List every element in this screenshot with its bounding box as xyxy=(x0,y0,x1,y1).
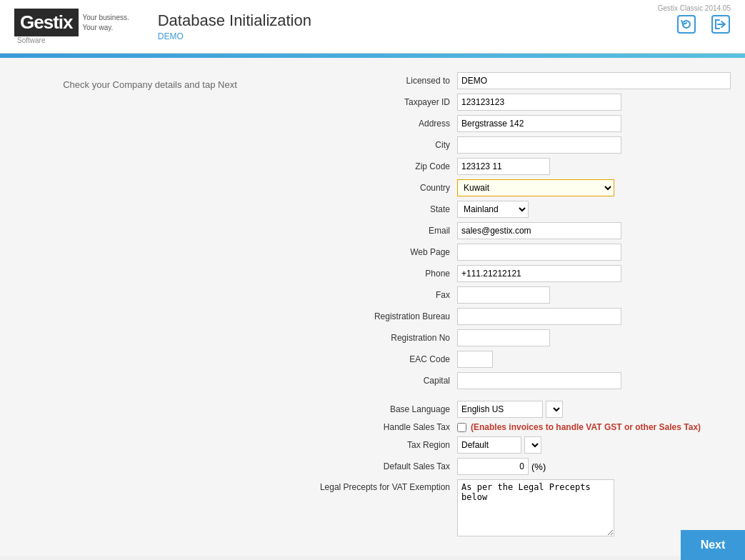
handle-sales-tax-row: Handle Sales Tax (Enables invoices to ha… xyxy=(307,422,731,432)
default-sales-tax-label: Default Sales Tax xyxy=(307,461,457,471)
webpage-row: Web Page xyxy=(307,244,731,261)
taxpayer-id-input[interactable] xyxy=(457,94,621,111)
header: Gestix Classic 2014.05 Gestix Your busin… xyxy=(0,0,745,54)
reg-bureau-row: Registration Bureau xyxy=(307,308,731,325)
next-button[interactable]: Next xyxy=(681,530,745,560)
form-panel: Licensed to Taxpayer ID Address City Zip… xyxy=(300,58,745,556)
legal-precepts-label: Legal Precepts for VAT Exemption xyxy=(307,479,457,492)
handle-sales-tax-checkbox[interactable] xyxy=(457,423,466,432)
state-label: State xyxy=(307,204,457,214)
licensed-to-input[interactable] xyxy=(457,72,731,89)
default-sales-tax-input[interactable] xyxy=(457,458,529,475)
phone-input[interactable] xyxy=(457,265,621,282)
tax-region-label: Tax Region xyxy=(307,440,457,450)
refresh-icon[interactable] xyxy=(676,14,696,39)
address-row: Address xyxy=(307,115,731,132)
tax-value-wrapper: (%) xyxy=(457,458,546,475)
handle-sales-tax-wrapper: (Enables invoices to handle VAT GST or o… xyxy=(457,422,701,432)
webpage-input[interactable] xyxy=(457,244,621,261)
language-wrapper xyxy=(457,401,563,418)
email-input[interactable] xyxy=(457,222,621,239)
main-content: Check your Company details and tap Next … xyxy=(0,58,745,556)
fax-input[interactable] xyxy=(457,286,550,304)
fax-row: Fax xyxy=(307,286,731,304)
eac-code-input[interactable] xyxy=(457,351,493,368)
phone-row: Phone xyxy=(307,265,731,282)
zip-code-label: Zip Code xyxy=(307,161,457,171)
legal-precepts-textarea[interactable]: As per the Legal Precepts below xyxy=(457,479,614,536)
tax-region-wrapper xyxy=(457,436,541,454)
taxpayer-id-row: Taxpayer ID xyxy=(307,94,731,111)
tax-region-row: Tax Region xyxy=(307,436,731,454)
header-icons xyxy=(676,14,731,39)
reg-no-label: Registration No xyxy=(307,333,457,343)
address-input[interactable] xyxy=(457,115,621,132)
address-label: Address xyxy=(307,119,457,129)
legal-precepts-row: Legal Precepts for VAT Exemption As per … xyxy=(307,479,731,536)
city-input[interactable] xyxy=(457,136,621,154)
phone-label: Phone xyxy=(307,269,457,279)
default-sales-tax-row: Default Sales Tax (%) xyxy=(307,458,731,475)
logo: Gestix xyxy=(14,9,79,36)
email-label: Email xyxy=(307,226,457,236)
tagline: Your business. Your way. xyxy=(83,13,129,33)
page-title: Database Initialization xyxy=(158,11,731,30)
base-language-input[interactable] xyxy=(457,401,543,418)
vat-note: (Enables invoices to handle VAT GST or o… xyxy=(471,422,701,432)
reg-no-row: Registration No xyxy=(307,329,731,346)
tax-unit: (%) xyxy=(531,461,546,472)
logout-icon[interactable] xyxy=(711,14,731,39)
logo-wrapper: Gestix Your business. Your way. Software xyxy=(14,9,129,44)
zip-code-row: Zip Code xyxy=(307,158,731,175)
fax-label: Fax xyxy=(307,290,457,300)
email-row: Email xyxy=(307,222,731,239)
reg-bureau-input[interactable] xyxy=(457,308,621,325)
state-wrapper: Mainland xyxy=(457,201,529,218)
handle-sales-tax-label: Handle Sales Tax xyxy=(307,422,457,432)
version-label: Gestix Classic 2014.05 xyxy=(658,4,731,12)
city-row: City xyxy=(307,136,731,154)
language-dropdown[interactable] xyxy=(546,401,563,418)
licensed-to-row: Licensed to xyxy=(307,72,731,89)
zip-code-input[interactable] xyxy=(457,158,550,175)
eac-code-label: EAC Code xyxy=(307,354,457,364)
demo-label: DEMO xyxy=(158,31,731,41)
country-row: Country Kuwait xyxy=(307,179,731,196)
software-label: Software xyxy=(17,36,45,44)
reg-no-input[interactable] xyxy=(457,329,550,346)
state-row: State Mainland xyxy=(307,201,731,218)
eac-code-row: EAC Code xyxy=(307,351,731,368)
page-title-area: Database Initialization DEMO xyxy=(158,11,731,41)
taxpayer-id-label: Taxpayer ID xyxy=(307,97,457,107)
state-select[interactable]: Mainland xyxy=(457,201,529,218)
base-language-row: Base Language xyxy=(307,401,731,418)
capital-row: Capital xyxy=(307,372,731,389)
licensed-to-label: Licensed to xyxy=(307,76,457,86)
capital-input[interactable] xyxy=(457,372,621,389)
reg-bureau-label: Registration Bureau xyxy=(307,311,457,321)
base-language-label: Base Language xyxy=(307,404,457,414)
country-label: Country xyxy=(307,183,457,193)
webpage-label: Web Page xyxy=(307,247,457,257)
left-panel: Check your Company details and tap Next xyxy=(0,58,300,556)
svg-rect-0 xyxy=(678,16,695,33)
tax-region-input[interactable] xyxy=(457,436,521,454)
tax-region-dropdown[interactable] xyxy=(524,436,541,454)
instruction-text: Check your Company details and tap Next xyxy=(63,79,237,90)
capital-label: Capital xyxy=(307,376,457,386)
city-label: City xyxy=(307,140,457,150)
country-select[interactable]: Kuwait xyxy=(457,179,614,196)
